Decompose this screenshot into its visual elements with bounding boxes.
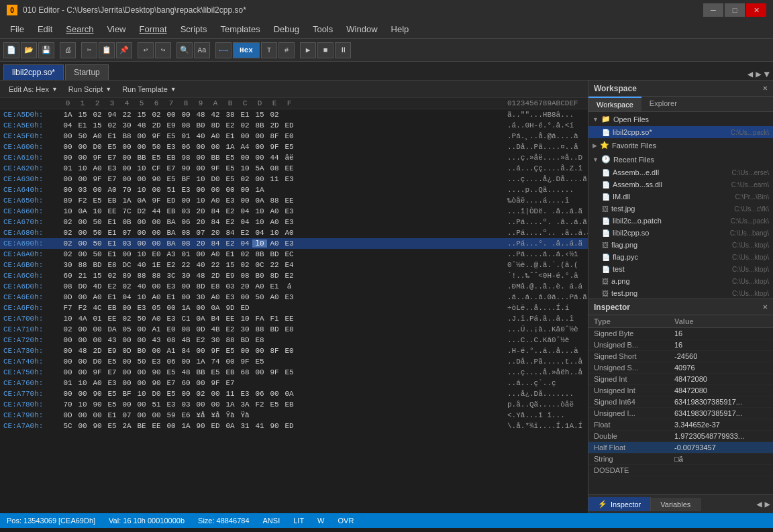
- byte-cell[interactable]: EE: [105, 315, 119, 323]
- byte-cell[interactable]: 03: [223, 282, 238, 290]
- text-mode-button[interactable]: T: [261, 42, 277, 58]
- byte-cell[interactable]: E2: [238, 229, 252, 237]
- byte-cell[interactable]: E3: [164, 315, 178, 323]
- byte-cell[interactable]: 00: [252, 143, 267, 151]
- byte-cell[interactable]: E0: [282, 347, 297, 355]
- tab-menu[interactable]: ▼: [764, 69, 770, 80]
- byte-cell[interactable]: 2D: [208, 272, 223, 280]
- byte-cell[interactable]: 00: [60, 368, 75, 376]
- save-button[interactable]: 💾: [38, 42, 54, 58]
- byte-cell[interactable]: 00: [60, 390, 75, 398]
- byte-cell[interactable]: BB: [208, 154, 223, 162]
- byte-cell[interactable]: 00: [75, 154, 90, 162]
- byte-cell[interactable]: E9: [223, 272, 238, 280]
- open-button[interactable]: 📂: [21, 42, 37, 58]
- byte-cell[interactable]: 90: [149, 175, 164, 183]
- byte-cell[interactable]: 0A: [252, 197, 267, 205]
- recent-file-4[interactable]: 📄 libil2c...o.patch C:\Us...pack\: [588, 215, 773, 227]
- byte-cell[interactable]: A0: [90, 164, 105, 172]
- hex-row[interactable]: CE:A6B0h:3088BDE8DC401EE222402215020C22E…: [0, 260, 588, 270]
- byte-cell[interactable]: 10: [134, 164, 149, 172]
- byte-cell[interactable]: 01: [178, 132, 193, 140]
- byte-cell[interactable]: 00: [193, 143, 208, 151]
- byte-cell[interactable]: 00: [119, 164, 134, 172]
- byte-cell[interactable]: 00: [134, 379, 149, 387]
- byte-cell[interactable]: 10: [134, 390, 149, 398]
- byte-cell[interactable]: EE: [282, 164, 297, 172]
- byte-cell[interactable]: BA: [164, 240, 178, 248]
- byte-cell[interactable]: 00: [90, 325, 105, 333]
- byte-cell[interactable]: 07: [119, 229, 134, 237]
- maximize-button[interactable]: □: [725, 3, 745, 17]
- hex-row[interactable]: CE:A7A0h:5C0090E52ABEEE001A90ED0A314190E…: [0, 421, 588, 431]
- byte-cell[interactable]: 2A: [119, 422, 134, 430]
- byte-cell[interactable]: 00: [178, 293, 193, 301]
- byte-cell[interactable]: 50: [149, 143, 164, 151]
- byte-cell[interactable]: 00: [119, 154, 134, 162]
- byte-cell[interactable]: A1: [149, 325, 164, 333]
- byte-cell[interactable]: E1: [105, 132, 119, 140]
- byte-cell[interactable]: E0: [149, 250, 164, 258]
- byte-cell[interactable]: 10: [134, 250, 149, 258]
- byte-cell[interactable]: 00: [193, 164, 208, 172]
- byte-cell[interactable]: B0: [134, 347, 149, 355]
- byte-cell[interactable]: E5: [267, 401, 282, 409]
- byte-cell[interactable]: 9F: [208, 164, 223, 172]
- byte-cell[interactable]: 50: [134, 315, 149, 323]
- byte-cell[interactable]: 00: [149, 218, 164, 226]
- byte-cell[interactable]: 9D: [223, 304, 238, 312]
- byte-cell[interactable]: 00: [60, 143, 75, 151]
- byte-cell[interactable]: 00: [149, 411, 164, 419]
- byte-cell[interactable]: 44: [267, 154, 282, 162]
- byte-cell[interactable]: 88: [75, 261, 90, 269]
- byte-cell[interactable]: 04: [238, 240, 252, 248]
- byte-cell[interactable]: E1: [105, 229, 119, 237]
- byte-cell[interactable]: 4A: [75, 315, 90, 323]
- byte-cell[interactable]: A0: [282, 229, 297, 237]
- byte-cell[interactable]: 8F: [267, 347, 282, 355]
- byte-cell[interactable]: EB: [164, 154, 178, 162]
- byte-cell[interactable]: 02: [90, 111, 105, 119]
- byte-cell[interactable]: 9F: [208, 379, 223, 387]
- byte-cell[interactable]: 08: [178, 325, 193, 333]
- byte-cell[interactable]: E5: [105, 358, 119, 366]
- byte-cell[interactable]: 00: [134, 218, 149, 226]
- byte-cell[interactable]: 48: [134, 121, 149, 129]
- byte-cell[interactable]: 7C: [119, 207, 134, 215]
- byte-cell[interactable]: 8B: [252, 250, 267, 258]
- byte-cell[interactable]: 00: [149, 282, 164, 290]
- copy-button[interactable]: 📋: [99, 42, 115, 58]
- byte-cell[interactable]: 4D: [90, 282, 105, 290]
- byte-cell[interactable]: 1A: [223, 143, 238, 151]
- byte-cell[interactable]: 00: [164, 422, 178, 430]
- byte-cell[interactable]: 1A: [178, 304, 193, 312]
- byte-cell[interactable]: BB: [193, 368, 208, 376]
- hex-row[interactable]: CE:A5E0h:04E1150230482DE908B08DE2028B2DE…: [0, 120, 588, 131]
- byte-cell[interactable]: 50: [90, 240, 105, 248]
- byte-cell[interactable]: A0: [208, 250, 223, 258]
- byte-cell[interactable]: 00: [90, 411, 105, 419]
- byte-cell[interactable]: ¥å: [193, 411, 208, 419]
- workspace-close[interactable]: ✕: [763, 83, 768, 93]
- byte-cell[interactable]: 3A: [238, 401, 252, 409]
- recent-file-0[interactable]: 📄 Assemb...e.dll C:\Us...erse\: [588, 166, 773, 178]
- byte-cell[interactable]: 4B: [178, 336, 193, 344]
- recent-file-6[interactable]: 🖼 flag.png C:\Us...ktop\: [588, 239, 773, 251]
- calc-button[interactable]: #: [278, 42, 295, 58]
- byte-cell[interactable]: 00: [60, 336, 75, 344]
- byte-cell[interactable]: 00: [60, 358, 75, 366]
- byte-cell[interactable]: 08: [164, 336, 178, 344]
- byte-cell[interactable]: 02: [60, 325, 75, 333]
- byte-cell[interactable]: EB: [164, 207, 178, 215]
- byte-cell[interactable]: 04: [252, 229, 267, 237]
- byte-cell[interactable]: 88: [252, 325, 267, 333]
- byte-cell[interactable]: 10: [252, 218, 267, 226]
- hex-row[interactable]: CE:A770h:000090E5BF10D0E500020011E306000…: [0, 388, 588, 399]
- byte-cell[interactable]: 08: [267, 164, 282, 172]
- byte-cell[interactable]: E3: [238, 390, 252, 398]
- byte-cell[interactable]: E3: [164, 401, 178, 409]
- byte-cell[interactable]: 22: [178, 261, 193, 269]
- byte-cell[interactable]: 07: [119, 411, 134, 419]
- byte-cell[interactable]: 70: [119, 186, 134, 194]
- byte-cell[interactable]: E5: [105, 390, 119, 398]
